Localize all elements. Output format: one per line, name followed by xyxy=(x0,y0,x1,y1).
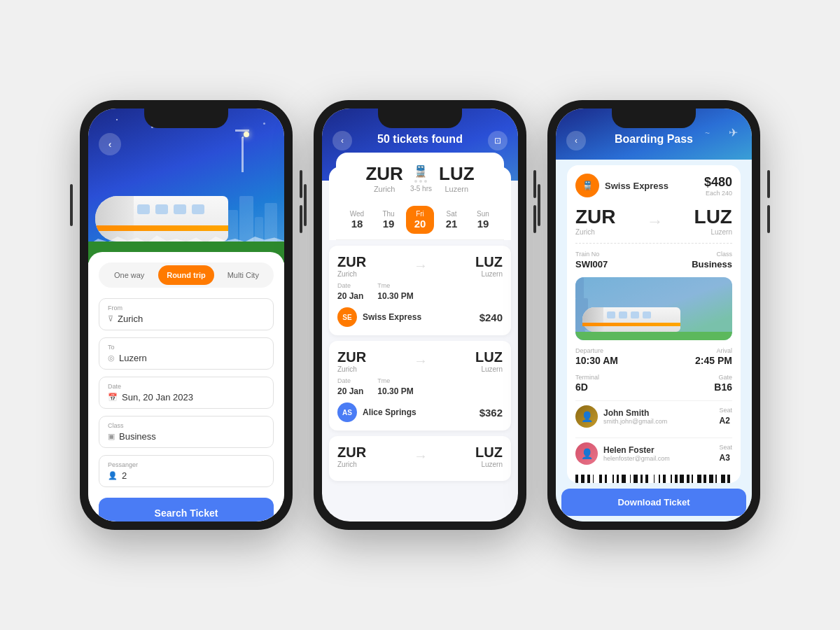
results-count: 50 tickets found xyxy=(332,133,507,146)
class-field[interactable]: Class ▣ Business xyxy=(99,416,274,448)
date-wed[interactable]: Wed 18 xyxy=(343,206,371,234)
arrival-label: Arival xyxy=(695,347,732,354)
passenger-field[interactable]: Pessanger 👤 2 xyxy=(99,455,274,487)
back-button[interactable]: ‹ xyxy=(99,133,121,155)
sky-decoration: ~ xyxy=(705,128,710,138)
avatar-helen: 👤 xyxy=(575,442,598,465)
ticket-card[interactable]: ZUR Zurich → LUZ Luzern Date xyxy=(329,341,511,430)
to-value: Luzern xyxy=(119,353,147,363)
volume-up-btn[interactable] xyxy=(767,170,770,198)
class-value: Business xyxy=(692,259,732,270)
boarding-pass-title: Boarding Pass xyxy=(566,133,741,146)
operator-row: 🚆 Swiss Express $480 Each 240 xyxy=(575,174,732,197)
ticket-list: ZUR Zurich → LUZ Luzern Date xyxy=(322,240,518,522)
back-button[interactable]: ‹ xyxy=(566,131,586,150)
bp-route: ZUR Zurich → LUZ Luzern xyxy=(575,206,732,244)
from-field[interactable]: From ⊽ Zurich xyxy=(99,298,274,330)
ticket-to-city: Luzern xyxy=(475,461,503,468)
date-value: Sun, 20 Jan 2023 xyxy=(122,392,193,402)
per-person: Each 240 xyxy=(704,190,732,197)
lamp-decoration xyxy=(235,130,249,172)
search-button[interactable]: Search Ticket xyxy=(99,498,274,522)
time-label: Tme xyxy=(377,282,413,289)
volume-up-btn[interactable] xyxy=(300,170,302,198)
tab-round-trip[interactable]: Round trip xyxy=(158,265,214,285)
barcode: // Generate barcode bars inline const ba… xyxy=(575,475,732,483)
to-code: LUZ xyxy=(439,163,475,185)
bp-to-city: Luzern xyxy=(694,228,732,236)
tab-one-way[interactable]: One way xyxy=(102,265,157,285)
tab-multi-city[interactable]: Multi City xyxy=(216,265,271,285)
back-button[interactable]: ‹ xyxy=(332,131,352,150)
ticket-from-code: ZUR xyxy=(337,254,366,270)
download-button[interactable]: Download Ticket xyxy=(561,489,746,516)
seat-label: Seat xyxy=(719,407,732,414)
ticket-from-code: ZUR xyxy=(337,444,366,461)
power-btn[interactable] xyxy=(304,184,307,226)
volume-down-btn[interactable] xyxy=(300,205,302,233)
filter-button[interactable]: ⊡ xyxy=(488,131,507,150)
power-btn[interactable] xyxy=(538,184,540,226)
date-selector: Wed 18 Thu 19 Fri 20 Sat xyxy=(336,200,504,240)
volume-up-btn[interactable] xyxy=(533,170,536,198)
search-form: One way Round trip Multi City From ⊽ Zur… xyxy=(88,252,284,522)
class-label: Class xyxy=(108,422,265,429)
passenger-label: Pessanger xyxy=(108,461,265,468)
date-sun[interactable]: Sun 19 xyxy=(469,206,497,234)
time-row: Departure 10:30 AM Arival 2:45 PM xyxy=(575,347,732,367)
screen-container: ‹ xyxy=(0,72,840,558)
operator-name: Swiss Express xyxy=(605,181,668,191)
date-fri[interactable]: Fri 20 xyxy=(406,206,434,234)
to-field[interactable]: To ◎ Luzern xyxy=(99,337,274,370)
ticket-time: 10.30 PM xyxy=(377,291,413,301)
phone-boarding-pass: ‹ Boarding Pass ✈ ~ 🚆 Swiss Express xyxy=(547,100,760,530)
passenger-john: 👤 John Smith smith.john@gmail.com Seat A… xyxy=(575,400,732,432)
operator-name: Swiss Express xyxy=(363,312,421,322)
passenger-email: smith.john@gmail.com xyxy=(603,418,667,425)
ticket-operator: AS Alice Springs $362 xyxy=(337,402,503,422)
phone-results: ‹ 50 tickets found ⊡ ZUR Zurich 🚆 xyxy=(314,100,526,530)
ticket-card[interactable]: ZUR Zurich → LUZ Luzern xyxy=(329,436,511,481)
ticket-to-city: Luzern xyxy=(475,270,503,278)
terminal-value: 6D xyxy=(575,382,588,393)
date-field[interactable]: Date 📅 Sun, 20 Jan 2023 xyxy=(99,377,274,409)
class-value: Business xyxy=(119,431,156,442)
class-label: Class xyxy=(692,251,732,258)
departure-label: Departure xyxy=(575,347,618,354)
from-code: ZUR xyxy=(365,163,402,185)
date-label: Date xyxy=(337,377,363,384)
ticket-date: 20 Jan xyxy=(337,291,363,301)
operator-logo: AS xyxy=(337,402,357,422)
operator-logo: SE xyxy=(337,307,357,327)
seat-value: A3 xyxy=(719,453,729,463)
passenger-email: helenfoster@gmail.com xyxy=(603,455,670,462)
date-thu[interactable]: Thu 19 xyxy=(374,206,402,234)
date-sat[interactable]: Sat 21 xyxy=(438,206,465,234)
arrow-icon: → xyxy=(414,353,428,369)
ticket-from-city: Zurich xyxy=(337,461,366,468)
ticket-from-code: ZUR xyxy=(337,349,366,365)
volume-down-btn[interactable] xyxy=(767,205,770,233)
ticket-operator: SE Swiss Express $240 xyxy=(337,307,503,327)
route-arrow: → xyxy=(647,206,664,236)
volume-down-btn[interactable] xyxy=(533,205,536,233)
arrow-icon: → xyxy=(414,258,428,274)
bp-from-code: ZUR xyxy=(575,206,616,228)
passenger-name: John Smith xyxy=(603,408,667,418)
boarding-pass-body: 🚆 Swiss Express $480 Each 240 ZUR xyxy=(567,165,741,483)
ticket-to-code: LUZ xyxy=(475,254,503,270)
ticket-card[interactable]: ZUR Zurich → LUZ Luzern Date xyxy=(329,246,511,335)
power-btn[interactable] xyxy=(70,184,73,226)
passenger-icon: 👤 xyxy=(108,471,118,480)
gate-value: B16 xyxy=(714,382,732,393)
train-no-label: Train No xyxy=(575,251,608,258)
time-label: Tme xyxy=(377,377,413,384)
arrival-time: 2:45 PM xyxy=(695,355,732,366)
ticket-meta: Date 20 Jan Tme 10.30 PM xyxy=(337,282,503,302)
seat-value: A2 xyxy=(719,416,729,426)
ticket-price: $240 xyxy=(479,312,503,323)
ticket-from-city: Zurich xyxy=(337,270,366,278)
ticket-price: $362 xyxy=(479,407,503,419)
date-label: Date xyxy=(108,383,265,390)
ticket-to-code: LUZ xyxy=(475,444,503,461)
